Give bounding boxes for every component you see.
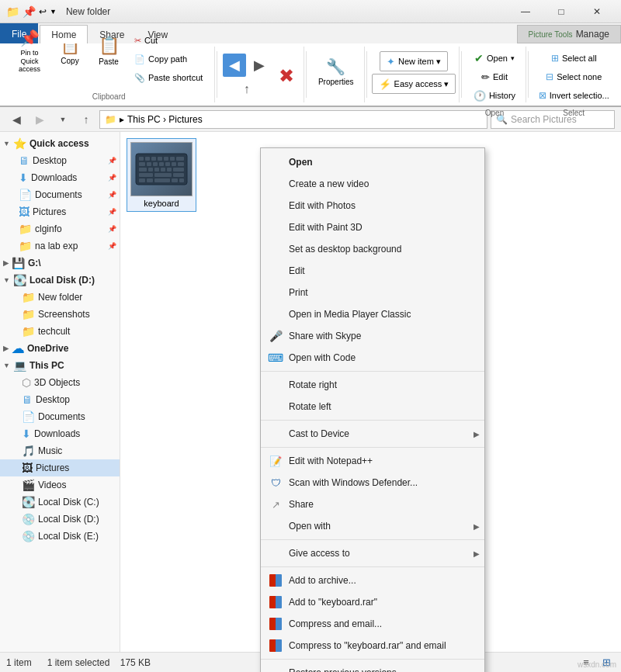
svg-rect-10 (153, 162, 158, 166)
sidebar-item-techcult[interactable]: 📁 techcult (0, 323, 120, 340)
context-menu-item-compress-keyboard-email[interactable]: Compress to "keyboard.rar" and email (261, 635, 484, 656)
address-bar[interactable]: 📁 ▸ This PC › Pictures (99, 110, 487, 129)
local-disk-d-header[interactable]: ▼ 💽 Local Disk (D:) (0, 272, 120, 289)
properties-button[interactable]: 🔧 Properties (313, 50, 359, 93)
onedrive-header[interactable]: ▶ ☁ OneDrive (0, 340, 120, 357)
nav-up-button[interactable]: ↑ (235, 80, 258, 99)
minimize-button[interactable]: — (508, 0, 543, 23)
quick-access-undo[interactable]: ↩ (39, 6, 47, 17)
context-menu-item-edit-notepad[interactable]: 📝Edit with Notepad++ (261, 450, 484, 472)
context-menu-item-edit-paint3d[interactable]: Edit with Paint 3D (261, 216, 484, 238)
file-item-keyboard[interactable]: keyboard (127, 138, 196, 212)
file-thumbnail (130, 142, 193, 196)
videos-icon: 🎬 (22, 479, 35, 491)
context-menu-item-scan-defender[interactable]: 🛡Scan with Windows Defender... (261, 472, 484, 494)
cm-icon-share: ↗ (269, 497, 283, 511)
sidebar-item-local-c[interactable]: 💽 Local Disk (C:) (0, 494, 120, 511)
item-count: 1 item (6, 657, 32, 668)
ribbon-section-select: ⊞ Select all ⊟ Select none ⊠ Invert sele… (530, 47, 618, 102)
context-menu-item-open-vscode[interactable]: ⌨Open with Code (261, 347, 484, 369)
cm-label-create-new-video: Create a new video (289, 178, 469, 189)
quick-access-dropdown[interactable]: ▼ (50, 8, 57, 16)
sidebar-item-music[interactable]: 🎵 Music (0, 442, 120, 459)
sidebar-item-documents-pc[interactable]: 📄 Documents (0, 408, 120, 425)
screenshots-icon: 📁 (22, 308, 35, 320)
context-menu-item-compress-email[interactable]: Compress and email... (261, 613, 484, 635)
context-menu-item-give-access[interactable]: Give access to▶ (261, 542, 484, 564)
context-menu-item-share-skype[interactable]: 🎤Share with Skype (261, 325, 484, 347)
maximize-button[interactable]: □ (543, 0, 579, 23)
forward-button[interactable]: ▶ (29, 109, 50, 130)
context-menu-item-set-desktop-bg[interactable]: Set as desktop background (261, 238, 484, 260)
sidebar-item-pictures-pc[interactable]: 🖼 Pictures (0, 459, 120, 476)
sidebar-item-desktop-pc[interactable]: 🖥 Desktop (0, 391, 120, 408)
context-menu-item-create-new-video[interactable]: Create a new video (261, 173, 484, 195)
svg-rect-8 (139, 162, 145, 166)
context-menu-item-edit[interactable]: Edit (261, 260, 484, 282)
nav-forward-button[interactable]: ▶ (248, 54, 271, 77)
quick-access-header[interactable]: ▼ ⭐ Quick access (0, 135, 120, 152)
context-menu-item-rotate-right[interactable]: Rotate right (261, 374, 484, 396)
context-menu-item-rotate-left[interactable]: Rotate left (261, 396, 484, 417)
context-menu-item-cast[interactable]: Cast to Device▶ (261, 423, 484, 445)
context-menu-item-add-keyboard-rar[interactable]: Add to "keyboard.rar" (261, 591, 484, 613)
svg-rect-9 (147, 162, 151, 166)
folder-icon: 🖥 (19, 154, 29, 167)
edit-button[interactable]: ✏ Edit (476, 68, 513, 85)
properties-icon: 🔧 (326, 57, 345, 76)
title-bar-left: 📁 📌 ↩ ▼ New folder (6, 5, 110, 18)
paste-shortcut-button[interactable]: 📎 Paste shortcut (129, 69, 208, 86)
sidebar-item-local-d[interactable]: 💿 Local Disk (D:) (0, 511, 120, 528)
sidebar-item-new-folder[interactable]: 📁 New folder (0, 289, 120, 306)
sidebar-item-videos[interactable]: 🎬 Videos (0, 476, 120, 494)
ribbon-section-open: ✔ Open ▾ ✏ Edit 🕐 History Open (463, 47, 526, 102)
sidebar-item-3dobjects[interactable]: ⬡ 3D Objects (0, 374, 120, 391)
context-menu-item-add-archive[interactable]: Add to archive... (261, 570, 484, 591)
cm-label-open-vscode: Open with Code (289, 352, 469, 363)
quick-access-pin[interactable]: 📌 (23, 5, 36, 18)
gdrive-header[interactable]: ▶ 💾 G:\ (0, 255, 120, 272)
sidebar-item-nalab[interactable]: 📁 na lab exp 📌 (0, 237, 120, 255)
sidebar-item-clginfo[interactable]: 📁 clginfo 📌 (0, 220, 120, 237)
cm-label-edit-notepad: Edit with Notepad++ (289, 456, 469, 466)
sidebar-item-desktop-qa[interactable]: 🖥 Desktop 📌 (0, 152, 120, 169)
cm-icon-edit-paint3d (269, 220, 283, 234)
tab-manage[interactable]: Picture Tools Manage (517, 25, 621, 43)
up-button[interactable]: ↑ (76, 109, 96, 130)
select-all-button[interactable]: ⊞ Select all (546, 50, 602, 67)
context-menu-item-open-mpc[interactable]: Open in Media Player Classic (261, 303, 484, 325)
sidebar-item-pictures-qa[interactable]: 🖼 Pictures 📌 (0, 203, 120, 220)
nav-back-button[interactable]: ◀ (223, 54, 246, 77)
back-button[interactable]: ◀ (6, 109, 26, 130)
search-bar[interactable]: 🔍 Search Pictures (491, 110, 615, 129)
sidebar-item-downloads-qa[interactable]: ⬇ Downloads 📌 (0, 169, 120, 186)
sidebar-item-downloads-pc[interactable]: ⬇ Downloads (0, 425, 120, 442)
svg-rect-12 (165, 162, 170, 166)
select-none-button[interactable]: ⊟ Select none (540, 68, 607, 85)
context-menu-item-share[interactable]: ↗Share (261, 494, 484, 515)
watermark: wsxdn.com (578, 660, 616, 669)
easy-access-button[interactable]: ⚡ Easy access ▾ (372, 74, 456, 94)
new-item-button[interactable]: ✦ New item ▾ (380, 51, 448, 71)
invert-selection-button[interactable]: ⊠ Invert selectio... (533, 87, 615, 104)
svg-rect-19 (167, 168, 172, 171)
recent-button[interactable]: ▼ (53, 109, 73, 130)
sidebar-item-documents-qa[interactable]: 📄 Documents 📌 (0, 186, 120, 203)
close-button[interactable]: ✕ (579, 0, 615, 23)
context-menu-item-open-with[interactable]: Open with▶ (261, 515, 484, 537)
sidebar-item-screenshots[interactable]: 📁 Screenshots (0, 306, 120, 323)
tab-home[interactable]: Home (40, 25, 88, 43)
history-button[interactable]: 🕐 History (468, 87, 521, 104)
context-menu-item-restore-versions[interactable]: Restore previous versions (261, 662, 484, 672)
context-menu-item-print[interactable]: Print (261, 282, 484, 303)
context-menu-item-open[interactable]: Open (261, 151, 484, 173)
cm-label-compress-keyboard-email: Compress to "keyboard.rar" and email (289, 640, 469, 651)
paste-button[interactable]: 📋 Paste (90, 29, 127, 72)
cut-button[interactable]: ✂ Cut (129, 32, 208, 49)
copy-path-button[interactable]: 📄 Copy path (129, 50, 208, 68)
this-pc-header[interactable]: ▼ 💻 This PC (0, 357, 120, 374)
open-button[interactable]: ✔ Open ▾ (469, 50, 520, 67)
context-menu-item-edit-photos[interactable]: Edit with Photos (261, 195, 484, 216)
context-menu-separator (261, 371, 484, 372)
sidebar-item-local-e[interactable]: 💿 Local Disk (E:) (0, 528, 120, 545)
